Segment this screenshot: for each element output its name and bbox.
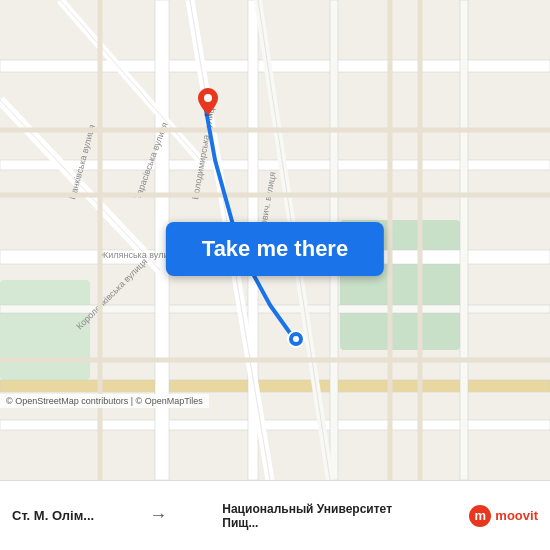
destination-station-name: Национальный Университет Пищ... — [222, 502, 422, 530]
map-container: Панківська вулиця Тарасівська вулиця Вол… — [0, 0, 550, 480]
svg-point-34 — [204, 94, 212, 102]
origin-station: Ст. М. Олім... — [12, 508, 94, 523]
take-me-there-button[interactable]: Take me there — [166, 222, 384, 276]
destination-station: Национальный Университет Пищ... — [222, 502, 422, 530]
direction-arrow: → — [141, 505, 175, 526]
origin-pin — [198, 88, 218, 116]
svg-rect-2 — [0, 280, 90, 380]
origin-station-name: Ст. М. Олім... — [12, 508, 94, 523]
moovit-m-icon: m — [469, 505, 491, 527]
moovit-logo: m moovit — [469, 505, 538, 527]
svg-rect-12 — [460, 0, 468, 480]
svg-point-36 — [293, 336, 299, 342]
moovit-brand-name: moovit — [495, 508, 538, 523]
bottom-bar: Ст. М. Олім... → Национальный Университе… — [0, 480, 550, 550]
map-attribution: © OpenStreetMap contributors | © OpenMap… — [0, 394, 209, 408]
destination-pin — [287, 330, 305, 352]
